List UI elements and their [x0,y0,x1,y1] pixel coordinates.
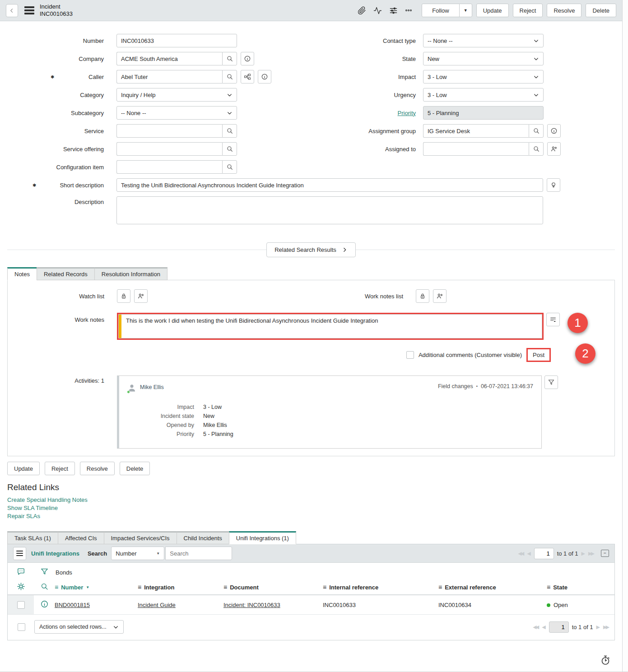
attachment-button[interactable] [358,6,366,15]
list-search-input[interactable] [165,547,232,560]
next-page-icon[interactable]: ▶ [596,624,600,630]
resolve-button[interactable]: Resolve [547,4,581,17]
assignment-group-preview-button[interactable] [547,124,561,138]
reject-button-footer[interactable]: Reject [45,462,75,475]
update-button[interactable]: Update [476,4,509,17]
work-notes-list-lock-button[interactable] [416,289,429,303]
list-search-toggle-button[interactable] [40,582,49,592]
list-breadcrumb[interactable]: Bonds [56,569,72,576]
page-number-input[interactable] [534,548,554,559]
subcategory-select[interactable]: -- None -- [116,106,237,120]
delete-button[interactable]: Delete [586,4,616,17]
column-header-internal-reference[interactable]: ≡Internal reference [323,584,438,591]
watch-list-add-me-button[interactable] [134,289,148,303]
last-page-icon[interactable]: ▶▶ [588,551,593,556]
related-link-show-sla-timeline[interactable]: Show SLA Timeline [7,505,615,511]
short-description-input[interactable] [116,178,543,192]
column-header-integration[interactable]: ≡Integration [138,584,223,591]
list-comments-button[interactable] [17,567,25,577]
related-link-repair-slas[interactable]: Repair SLAs [7,513,615,519]
related-search-results-button[interactable]: Related Search Results [266,242,356,257]
watch-list-lock-button[interactable] [117,289,130,303]
back-button[interactable] [6,4,18,17]
service-offering-lookup-button[interactable] [222,142,237,156]
toggle-activity-display-button[interactable] [546,313,560,326]
post-button[interactable]: Post [533,352,544,358]
previous-page-icon[interactable]: ◀ [527,551,530,556]
search-field-select[interactable]: Number ▼ [111,547,164,560]
category-select[interactable]: Inquiry / Help [116,88,237,102]
list-filter-button[interactable] [40,567,49,577]
caller-preview-button[interactable] [258,70,271,83]
context-menu-icon[interactable] [24,5,34,16]
row-document-link[interactable]: Incident: INC0010633 [223,602,280,608]
work-notes-text[interactable]: This is the work I did when testing the … [119,315,542,338]
column-header-state[interactable]: ≡State [547,584,614,591]
assignment-group-lookup-button[interactable] [529,124,544,138]
tab-impacted-services-cis[interactable]: Impacted Services/CIs [104,531,177,544]
activity-user-link[interactable]: Mike Ellis [140,384,164,390]
update-button-footer[interactable]: Update [7,462,40,475]
tab-notes[interactable]: Notes [7,267,37,280]
resolve-button-footer[interactable]: Resolve [80,462,115,475]
company-preview-button[interactable] [241,52,254,65]
activity-filter-button[interactable] [544,375,558,389]
additional-comments-checkbox[interactable] [406,351,414,359]
follow-dropdown-button[interactable]: ▼ [459,4,472,17]
tab-affected-cis[interactable]: Affected CIs [58,531,104,544]
company-lookup-button[interactable] [222,52,237,65]
service-offering-input[interactable] [116,142,222,156]
related-link-create-special-handling-notes[interactable]: Create Special Handling Notes [7,496,615,503]
row-integration-link[interactable]: Incident Guide [138,602,176,608]
work-notes-field[interactable]: This is the work I did when testing the … [118,314,542,338]
more-options-button[interactable] [405,7,412,14]
page-number-input[interactable] [549,621,569,633]
description-textarea[interactable] [116,196,543,224]
tab-child-incidents[interactable]: Child Incidents [177,531,229,544]
column-header-external-reference[interactable]: ≡External reference [438,584,547,591]
previous-page-icon[interactable]: ◀ [542,624,545,630]
assigned-to-input[interactable] [423,142,529,156]
personalize-form-button[interactable] [389,6,398,15]
reject-button[interactable]: Reject [513,4,543,17]
first-page-icon[interactable]: ◀◀ [533,624,538,630]
delete-button-footer[interactable]: Delete [120,462,150,475]
caller-lookup-button[interactable] [222,70,237,83]
work-notes-list-add-me-button[interactable] [433,289,447,303]
assign-to-me-button[interactable] [547,142,561,156]
tab-related-records[interactable]: Related Records [37,267,95,280]
follow-button[interactable]: Follow [422,4,460,17]
urgency-select[interactable]: 3 - Low [423,88,544,102]
scrollbar-track[interactable] [622,0,628,672]
impact-select[interactable]: 3 - Low [423,70,544,83]
row-select-checkbox[interactable] [17,601,25,609]
response-time-button[interactable] [600,655,611,667]
assigned-to-lookup-button[interactable] [529,142,544,156]
row-preview-button[interactable] [40,600,49,610]
company-input[interactable] [116,52,222,65]
number-input[interactable] [116,34,237,47]
state-select[interactable]: New [423,52,544,65]
collapse-list-button[interactable]: − [601,550,609,557]
caller-hierarchy-button[interactable] [241,70,254,83]
activity-stream-button[interactable] [373,6,382,15]
contact-type-select[interactable]: -- None -- [423,34,544,47]
last-page-icon[interactable]: ▶▶ [603,624,608,630]
service-lookup-button[interactable] [222,124,237,138]
select-all-checkbox[interactable] [18,623,25,631]
configuration-item-lookup-button[interactable] [222,160,237,174]
column-header-number[interactable]: ≡Number▼ [55,584,138,591]
priority-link[interactable]: Priority [398,110,416,116]
next-page-icon[interactable]: ▶ [581,551,585,556]
actions-on-selected-rows-select[interactable]: Actions on selected rows... [34,620,124,634]
service-input[interactable] [116,124,222,138]
tab-unifi-integrations[interactable]: Unifi Integrations (1) [229,531,296,544]
caller-input[interactable] [116,70,222,83]
column-header-document[interactable]: ≡Document [223,584,323,591]
tab-task-slas[interactable]: Task SLAs (1) [7,531,58,544]
assignment-group-input[interactable] [423,124,529,138]
list-context-menu-button[interactable] [13,547,26,560]
configuration-item-input[interactable] [116,160,222,174]
tab-resolution-information[interactable]: Resolution Information [94,267,167,280]
first-page-icon[interactable]: ◀◀ [518,551,523,556]
